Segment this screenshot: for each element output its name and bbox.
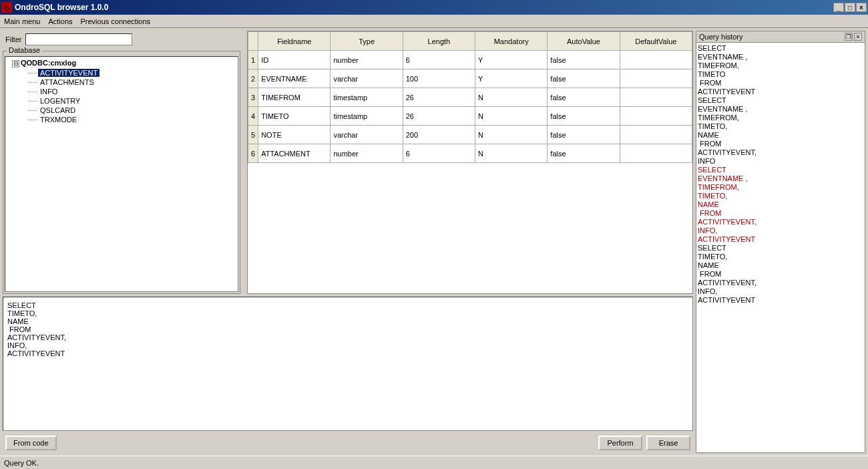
maximize-button[interactable]: □	[845, 3, 855, 12]
table-row[interactable]: 4TIMETOtimestamp26Nfalse	[248, 107, 692, 126]
col-fieldname[interactable]: Fieldname	[258, 32, 331, 51]
table-row[interactable]: 5NOTEvarchar200Nfalse	[248, 126, 692, 144]
cell-auto[interactable]: false	[548, 51, 620, 69]
history-entry[interactable]: SELECT EVENTNAME , TIMEFROM, TIMETO FROM…	[698, 44, 863, 96]
cell-type[interactable]: varchar	[331, 69, 403, 88]
row-header: 4	[248, 107, 258, 126]
history-dock-icon[interactable]: ❐	[845, 33, 853, 41]
cell-mand[interactable]: N	[475, 88, 548, 107]
cell-def[interactable]	[620, 107, 692, 126]
perform-button[interactable]: Perform	[598, 436, 642, 450]
statusbar: Query OK.	[0, 456, 868, 469]
cell-type[interactable]: number	[331, 51, 403, 69]
minimize-button[interactable]: _	[833, 3, 844, 12]
app-icon: ◇	[1, 2, 12, 13]
row-header: 1	[248, 51, 258, 69]
col-autovalue[interactable]: AutoValue	[548, 32, 620, 51]
menubar: Main menu Actions Previous connections	[0, 15, 868, 28]
table-row[interactable]: 1IDnumber6Yfalse	[248, 51, 692, 69]
tree-root[interactable]: QODBC:cmxlog	[7, 58, 236, 68]
table-row[interactable]: 6ATTACHMENTnumber6Nfalse	[248, 144, 692, 163]
cell-type[interactable]: timestamp	[331, 88, 403, 107]
cell-auto[interactable]: false	[548, 107, 620, 126]
cell-mand[interactable]: Y	[475, 69, 548, 88]
col-mandatory[interactable]: Mandatory	[475, 32, 548, 51]
database-box: Database QODBC:cmxlog ACTIVITYEVENTATTAC…	[3, 51, 240, 294]
cell-def[interactable]	[620, 51, 692, 69]
col-type[interactable]: Type	[331, 32, 403, 51]
cell-field[interactable]: TIMETO	[258, 107, 331, 126]
col-length[interactable]: Length	[403, 32, 475, 51]
cell-mand[interactable]: N	[475, 107, 548, 126]
menu-main[interactable]: Main menu	[4, 17, 40, 25]
cell-field[interactable]: NOTE	[258, 126, 331, 144]
tree-node-activityevent[interactable]: ACTIVITYEVENT	[7, 68, 236, 77]
cell-type[interactable]: varchar	[331, 126, 403, 144]
cell-field[interactable]: TIMEFROM	[258, 88, 331, 107]
cell-auto[interactable]: false	[548, 144, 620, 163]
cell-mand[interactable]: Y	[475, 51, 548, 69]
tree-node-logentry[interactable]: LOGENTRY	[7, 96, 236, 106]
history-close-icon[interactable]: ×	[854, 33, 862, 41]
columns-table-container: Fieldname Type Length Mandatory AutoValu…	[247, 31, 693, 294]
cell-len[interactable]: 200	[403, 126, 475, 144]
row-header: 2	[248, 69, 258, 88]
tree-node-qslcard[interactable]: QSLCARD	[7, 106, 236, 115]
row-header: 5	[248, 126, 258, 144]
menu-previous-connections[interactable]: Previous connections	[81, 17, 151, 25]
cell-auto[interactable]: false	[548, 69, 620, 88]
close-button[interactable]: ×	[856, 3, 867, 12]
history-entry[interactable]: SELECT EVENTNAME , TIMEFROM, TIMETO, NAM…	[698, 96, 863, 166]
tree-node-trxmode[interactable]: TRXMODE	[7, 115, 236, 124]
cell-type[interactable]: number	[331, 144, 403, 163]
columns-table: Fieldname Type Length Mandatory AutoValu…	[248, 31, 692, 163]
window-title: OndroSQL browser 1.0.0	[15, 3, 833, 12]
cell-field[interactable]: ATTACHMENT	[258, 144, 331, 163]
cell-field[interactable]: EVENTNAME	[258, 69, 331, 88]
table-row[interactable]: 3TIMEFROMtimestamp26Nfalse	[248, 88, 692, 107]
status-text: Query OK.	[4, 459, 39, 467]
cell-len[interactable]: 6	[403, 144, 475, 163]
cell-def[interactable]	[620, 144, 692, 163]
table-row[interactable]: 2EVENTNAMEvarchar100Yfalse	[248, 69, 692, 88]
database-box-label: Database	[7, 46, 42, 54]
database-tree[interactable]: QODBC:cmxlog ACTIVITYEVENTATTACHMENTSINF…	[5, 56, 238, 292]
cell-auto[interactable]: false	[548, 126, 620, 144]
erase-button[interactable]: Erase	[646, 436, 690, 450]
cell-mand[interactable]: N	[475, 144, 548, 163]
cell-auto[interactable]: false	[548, 88, 620, 107]
cell-len[interactable]: 26	[403, 88, 475, 107]
cell-def[interactable]	[620, 126, 692, 144]
cell-len[interactable]: 6	[403, 51, 475, 69]
menu-actions[interactable]: Actions	[48, 17, 72, 25]
cell-field[interactable]: ID	[258, 51, 331, 69]
tree-node-attachments[interactable]: ATTACHMENTS	[7, 77, 236, 87]
history-entry[interactable]: SELECT TIMETO, NAME FROM ACTIVITYEVENT, …	[698, 244, 863, 305]
filter-input[interactable]	[25, 33, 132, 45]
tree-node-info[interactable]: INFO	[7, 87, 236, 96]
from-code-button[interactable]: From code	[5, 436, 57, 450]
titlebar: ◇ OndroSQL browser 1.0.0 _ □ ×	[0, 0, 868, 15]
query-history-list[interactable]: SELECT EVENTNAME , TIMEFROM, TIMETO FROM…	[696, 43, 865, 452]
query-history-panel: Query history ❐ × SELECT EVENTNAME , TIM…	[696, 31, 865, 453]
cell-mand[interactable]: N	[475, 126, 548, 144]
query-history-title: Query history	[699, 33, 843, 41]
filter-label: Filter	[5, 35, 21, 43]
row-header: 3	[248, 88, 258, 107]
cell-def[interactable]	[620, 88, 692, 107]
corner-cell	[248, 32, 258, 51]
cell-def[interactable]	[620, 69, 692, 88]
history-entry[interactable]: SELECT EVENTNAME , TIMEFROM, TIMETO, NAM…	[698, 166, 863, 244]
row-header: 6	[248, 144, 258, 163]
cell-len[interactable]: 100	[403, 69, 475, 88]
cell-type[interactable]: timestamp	[331, 107, 403, 126]
sql-editor[interactable]: SELECT TIMETO, NAME FROM ACTIVITYEVENT, …	[3, 297, 693, 431]
col-defaultvalue[interactable]: DefaultValue	[620, 32, 692, 51]
cell-len[interactable]: 26	[403, 107, 475, 126]
